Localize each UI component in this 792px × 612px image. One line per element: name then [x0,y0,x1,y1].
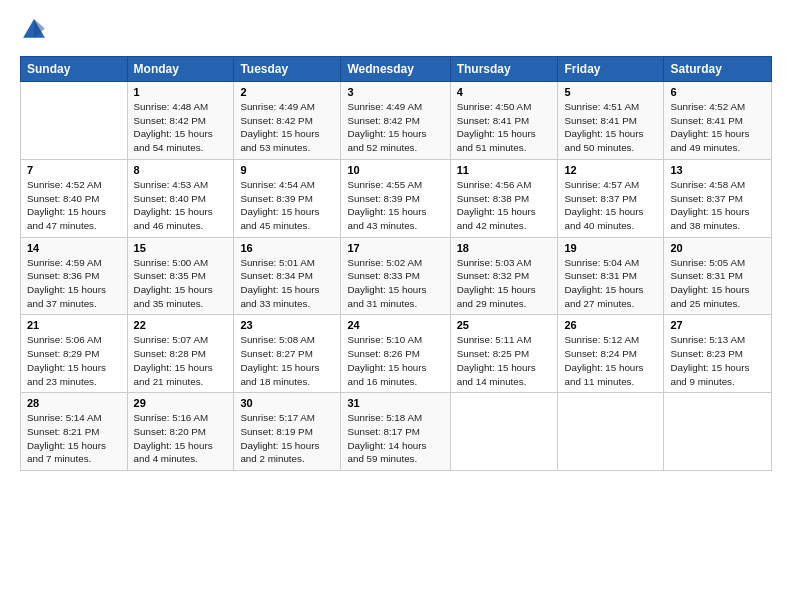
day-cell: 25Sunrise: 5:11 AM Sunset: 8:25 PM Dayli… [450,315,558,393]
day-number: 11 [457,164,552,176]
day-info: Sunrise: 5:13 AM Sunset: 8:23 PM Dayligh… [670,333,765,388]
day-number: 24 [347,319,443,331]
week-row-3: 14Sunrise: 4:59 AM Sunset: 8:36 PM Dayli… [21,237,772,315]
day-info: Sunrise: 5:08 AM Sunset: 8:27 PM Dayligh… [240,333,334,388]
day-number: 26 [564,319,657,331]
day-info: Sunrise: 5:07 AM Sunset: 8:28 PM Dayligh… [134,333,228,388]
day-cell: 31Sunrise: 5:18 AM Sunset: 8:17 PM Dayli… [341,393,450,471]
header [20,16,772,44]
day-cell: 10Sunrise: 4:55 AM Sunset: 8:39 PM Dayli… [341,159,450,237]
day-number: 20 [670,242,765,254]
day-cell: 11Sunrise: 4:56 AM Sunset: 8:38 PM Dayli… [450,159,558,237]
header-cell-saturday: Saturday [664,57,772,82]
day-cell: 15Sunrise: 5:00 AM Sunset: 8:35 PM Dayli… [127,237,234,315]
day-cell: 19Sunrise: 5:04 AM Sunset: 8:31 PM Dayli… [558,237,664,315]
day-info: Sunrise: 5:02 AM Sunset: 8:33 PM Dayligh… [347,256,443,311]
logo [20,16,52,44]
day-info: Sunrise: 5:06 AM Sunset: 8:29 PM Dayligh… [27,333,121,388]
day-number: 28 [27,397,121,409]
day-info: Sunrise: 5:12 AM Sunset: 8:24 PM Dayligh… [564,333,657,388]
header-cell-wednesday: Wednesday [341,57,450,82]
day-info: Sunrise: 5:16 AM Sunset: 8:20 PM Dayligh… [134,411,228,466]
day-info: Sunrise: 4:55 AM Sunset: 8:39 PM Dayligh… [347,178,443,233]
day-cell: 22Sunrise: 5:07 AM Sunset: 8:28 PM Dayli… [127,315,234,393]
day-info: Sunrise: 5:17 AM Sunset: 8:19 PM Dayligh… [240,411,334,466]
page: SundayMondayTuesdayWednesdayThursdayFrid… [0,0,792,481]
day-info: Sunrise: 4:51 AM Sunset: 8:41 PM Dayligh… [564,100,657,155]
day-cell [450,393,558,471]
day-number: 6 [670,86,765,98]
day-info: Sunrise: 5:00 AM Sunset: 8:35 PM Dayligh… [134,256,228,311]
header-cell-sunday: Sunday [21,57,128,82]
day-info: Sunrise: 5:14 AM Sunset: 8:21 PM Dayligh… [27,411,121,466]
header-cell-thursday: Thursday [450,57,558,82]
day-info: Sunrise: 4:49 AM Sunset: 8:42 PM Dayligh… [347,100,443,155]
day-info: Sunrise: 5:01 AM Sunset: 8:34 PM Dayligh… [240,256,334,311]
day-number: 14 [27,242,121,254]
day-number: 8 [134,164,228,176]
day-cell: 4Sunrise: 4:50 AM Sunset: 8:41 PM Daylig… [450,82,558,160]
day-number: 22 [134,319,228,331]
day-info: Sunrise: 4:50 AM Sunset: 8:41 PM Dayligh… [457,100,552,155]
day-info: Sunrise: 4:52 AM Sunset: 8:40 PM Dayligh… [27,178,121,233]
week-row-4: 21Sunrise: 5:06 AM Sunset: 8:29 PM Dayli… [21,315,772,393]
day-cell: 9Sunrise: 4:54 AM Sunset: 8:39 PM Daylig… [234,159,341,237]
day-number: 3 [347,86,443,98]
day-cell: 27Sunrise: 5:13 AM Sunset: 8:23 PM Dayli… [664,315,772,393]
day-cell: 1Sunrise: 4:48 AM Sunset: 8:42 PM Daylig… [127,82,234,160]
day-number: 27 [670,319,765,331]
day-info: Sunrise: 4:49 AM Sunset: 8:42 PM Dayligh… [240,100,334,155]
day-cell: 13Sunrise: 4:58 AM Sunset: 8:37 PM Dayli… [664,159,772,237]
day-info: Sunrise: 5:03 AM Sunset: 8:32 PM Dayligh… [457,256,552,311]
day-cell: 26Sunrise: 5:12 AM Sunset: 8:24 PM Dayli… [558,315,664,393]
day-cell: 24Sunrise: 5:10 AM Sunset: 8:26 PM Dayli… [341,315,450,393]
day-cell: 20Sunrise: 5:05 AM Sunset: 8:31 PM Dayli… [664,237,772,315]
day-number: 25 [457,319,552,331]
day-cell: 23Sunrise: 5:08 AM Sunset: 8:27 PM Dayli… [234,315,341,393]
day-number: 17 [347,242,443,254]
day-info: Sunrise: 4:53 AM Sunset: 8:40 PM Dayligh… [134,178,228,233]
day-cell: 30Sunrise: 5:17 AM Sunset: 8:19 PM Dayli… [234,393,341,471]
day-info: Sunrise: 4:59 AM Sunset: 8:36 PM Dayligh… [27,256,121,311]
day-cell: 2Sunrise: 4:49 AM Sunset: 8:42 PM Daylig… [234,82,341,160]
day-cell: 5Sunrise: 4:51 AM Sunset: 8:41 PM Daylig… [558,82,664,160]
day-number: 5 [564,86,657,98]
calendar-header: SundayMondayTuesdayWednesdayThursdayFrid… [21,57,772,82]
day-cell: 14Sunrise: 4:59 AM Sunset: 8:36 PM Dayli… [21,237,128,315]
header-row: SundayMondayTuesdayWednesdayThursdayFrid… [21,57,772,82]
day-number: 18 [457,242,552,254]
day-number: 29 [134,397,228,409]
week-row-1: 1Sunrise: 4:48 AM Sunset: 8:42 PM Daylig… [21,82,772,160]
day-info: Sunrise: 4:54 AM Sunset: 8:39 PM Dayligh… [240,178,334,233]
day-info: Sunrise: 4:58 AM Sunset: 8:37 PM Dayligh… [670,178,765,233]
day-number: 7 [27,164,121,176]
day-info: Sunrise: 5:05 AM Sunset: 8:31 PM Dayligh… [670,256,765,311]
day-number: 13 [670,164,765,176]
day-number: 31 [347,397,443,409]
day-number: 2 [240,86,334,98]
day-number: 4 [457,86,552,98]
day-number: 16 [240,242,334,254]
day-cell: 6Sunrise: 4:52 AM Sunset: 8:41 PM Daylig… [664,82,772,160]
day-info: Sunrise: 5:18 AM Sunset: 8:17 PM Dayligh… [347,411,443,466]
day-cell: 18Sunrise: 5:03 AM Sunset: 8:32 PM Dayli… [450,237,558,315]
day-number: 21 [27,319,121,331]
header-cell-tuesday: Tuesday [234,57,341,82]
day-cell: 29Sunrise: 5:16 AM Sunset: 8:20 PM Dayli… [127,393,234,471]
day-number: 23 [240,319,334,331]
day-info: Sunrise: 4:56 AM Sunset: 8:38 PM Dayligh… [457,178,552,233]
day-info: Sunrise: 5:10 AM Sunset: 8:26 PM Dayligh… [347,333,443,388]
day-number: 1 [134,86,228,98]
week-row-5: 28Sunrise: 5:14 AM Sunset: 8:21 PM Dayli… [21,393,772,471]
day-info: Sunrise: 5:04 AM Sunset: 8:31 PM Dayligh… [564,256,657,311]
header-cell-friday: Friday [558,57,664,82]
calendar-body: 1Sunrise: 4:48 AM Sunset: 8:42 PM Daylig… [21,82,772,471]
day-info: Sunrise: 5:11 AM Sunset: 8:25 PM Dayligh… [457,333,552,388]
day-info: Sunrise: 4:52 AM Sunset: 8:41 PM Dayligh… [670,100,765,155]
day-cell: 12Sunrise: 4:57 AM Sunset: 8:37 PM Dayli… [558,159,664,237]
day-cell [664,393,772,471]
logo-icon [20,16,48,44]
day-number: 30 [240,397,334,409]
day-number: 19 [564,242,657,254]
week-row-2: 7Sunrise: 4:52 AM Sunset: 8:40 PM Daylig… [21,159,772,237]
